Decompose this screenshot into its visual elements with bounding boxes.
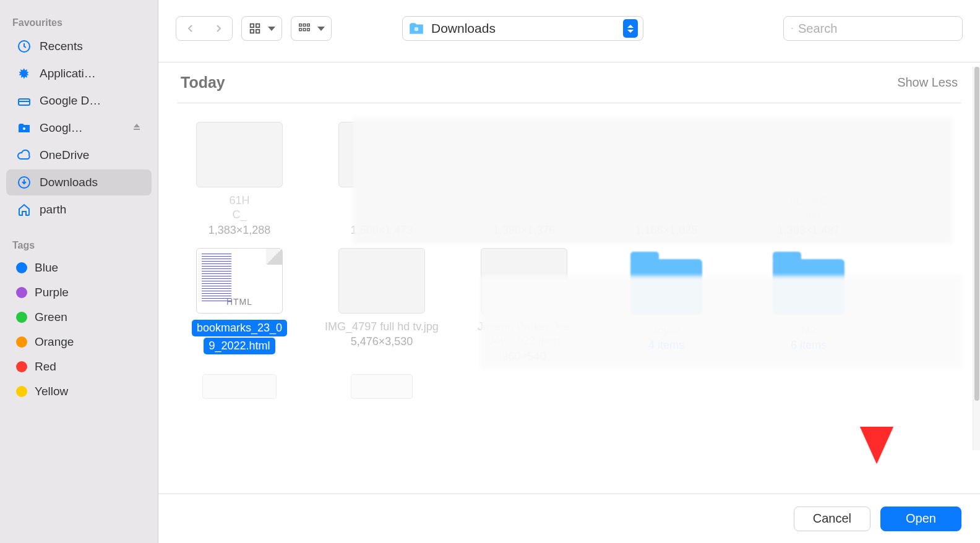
sidebar-item-applications[interactable]: Applicati… [6, 61, 152, 87]
tags-heading: Tags [0, 234, 158, 255]
grid-large-icon [248, 22, 262, 35]
file-thumbnail-partial[interactable] [351, 374, 413, 399]
svg-point-2 [23, 127, 25, 130]
svg-rect-6 [251, 30, 254, 33]
home-icon [16, 202, 32, 218]
section-date: Today [181, 74, 225, 92]
svg-rect-13 [307, 28, 310, 31]
tag-red[interactable]: Red [6, 355, 152, 378]
tag-orange[interactable]: Orange [6, 330, 152, 354]
search-field[interactable] [783, 16, 963, 41]
file-item[interactable]: 61HC_ 1,383×1,288 [174, 122, 304, 237]
sidebar-item-home[interactable]: parth [6, 197, 152, 223]
tag-bullet-icon [16, 312, 27, 323]
sidebar-item-label: Google D… [40, 94, 142, 108]
tag-label: Blue [35, 261, 142, 275]
download-circle-icon [16, 174, 32, 190]
image-thumbnail [338, 248, 425, 314]
file-thumbnail-partial[interactable] [202, 374, 277, 399]
clock-icon [16, 38, 32, 54]
svg-rect-11 [299, 28, 302, 31]
sidebar-item-downloads[interactable]: Downloads [6, 169, 152, 195]
nav-back-forward [176, 16, 233, 41]
svg-rect-8 [299, 24, 302, 27]
tag-purple[interactable]: Purple [6, 281, 152, 304]
cancel-button[interactable]: Cancel [794, 507, 870, 531]
sidebar-item-label: Recents [40, 40, 142, 53]
image-thumbnail [196, 122, 283, 187]
search-icon [791, 22, 793, 35]
tag-bullet-icon [16, 287, 27, 298]
tag-label: Purple [35, 286, 142, 299]
chevron-down-icon [268, 27, 275, 31]
search-input[interactable] [798, 22, 955, 36]
file-dimensions: 5,476×3,530 [351, 335, 413, 348]
location-dropdown[interactable]: Downloads [402, 16, 643, 41]
sidebar-item-google-cloud[interactable]: Googl… [6, 115, 152, 141]
annotation-arrow [849, 334, 905, 479]
tag-label: Green [35, 310, 142, 324]
cloud-folder-icon [16, 120, 32, 136]
tag-label: Red [35, 360, 142, 374]
section-header: Today Show Less [158, 62, 980, 99]
toolbar: Downloads [158, 0, 980, 57]
tag-bullet-icon [16, 386, 27, 397]
eject-icon[interactable] [132, 121, 142, 135]
svg-rect-5 [256, 24, 260, 28]
sidebar: Favourites Recents Applicati… Google D… … [0, 0, 158, 543]
main-panel: Downloads Today Show Less [158, 0, 980, 543]
chevron-left-icon [186, 24, 196, 33]
sidebar-item-google-drive[interactable]: Google D… [6, 88, 152, 114]
back-button[interactable] [176, 24, 204, 33]
location-stepper-icon [623, 19, 638, 38]
sidebar-item-onedrive[interactable]: OneDrive [6, 142, 152, 168]
svg-rect-4 [251, 24, 254, 28]
file-name: IMG_4797 full hd tv.jpg [325, 320, 439, 334]
sidebar-item-recents[interactable]: Recents [6, 33, 152, 59]
chevron-right-icon [213, 24, 223, 33]
tag-bullet-icon [16, 262, 27, 273]
sidebar-item-label: Googl… [40, 121, 124, 135]
tag-bullet-icon [16, 361, 27, 372]
svg-rect-9 [303, 24, 306, 27]
svg-rect-7 [256, 30, 260, 33]
svg-rect-12 [303, 28, 306, 31]
html-badge: HTML [226, 297, 252, 307]
tag-bullet-icon [16, 336, 27, 348]
file-name: bookmarks_23_0 9_2022.html [192, 320, 287, 354]
tag-label: Yellow [35, 385, 142, 398]
disk-icon [16, 93, 32, 109]
view-mode-button[interactable] [241, 16, 282, 41]
show-less-button[interactable]: Show Less [897, 75, 958, 90]
tag-blue[interactable]: Blue [6, 256, 152, 280]
folder-icon [408, 21, 425, 36]
svg-point-15 [792, 28, 793, 29]
tag-label: Orange [35, 335, 142, 349]
favourites-heading: Favourites [0, 11, 158, 32]
dialog-footer: Cancel Open [158, 494, 980, 543]
chevron-down-icon [317, 27, 325, 31]
sidebar-item-label: Downloads [40, 176, 142, 189]
file-dimensions: 1,383×1,288 [208, 224, 271, 237]
apps-icon [16, 66, 32, 82]
svg-rect-10 [307, 24, 310, 27]
cloud-icon [16, 147, 32, 163]
location-name: Downloads [431, 21, 623, 36]
file-item-selected[interactable]: HTML bookmarks_23_0 9_2022.html [174, 248, 304, 363]
sidebar-item-label: Applicati… [40, 67, 142, 80]
sidebar-item-label: OneDrive [40, 148, 142, 162]
redaction-overlay [353, 118, 953, 244]
group-mode-button[interactable] [291, 16, 332, 41]
file-item[interactable]: IMG_4797 full hd tv.jpg 5,476×3,530 [317, 248, 447, 363]
tag-green[interactable]: Green [6, 306, 152, 329]
sidebar-item-label: parth [40, 203, 142, 216]
html-file-thumbnail: HTML [196, 248, 283, 314]
svg-point-14 [415, 27, 419, 32]
tag-yellow[interactable]: Yellow [6, 380, 152, 403]
grid-small-icon [298, 22, 311, 35]
forward-button[interactable] [204, 24, 232, 33]
open-button[interactable]: Open [880, 507, 961, 531]
